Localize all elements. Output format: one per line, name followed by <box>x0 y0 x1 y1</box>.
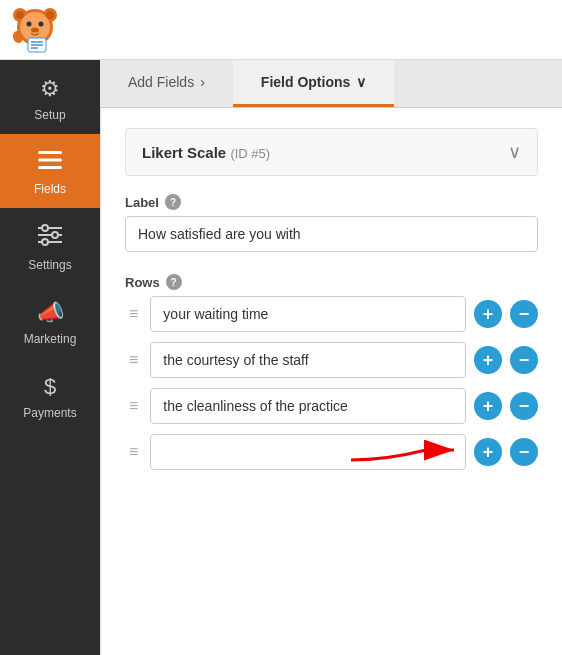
sidebar-label-settings: Settings <box>28 258 71 272</box>
top-bar <box>0 0 562 60</box>
tab-add-fields-chevron: › <box>200 74 205 90</box>
svg-point-3 <box>16 11 24 19</box>
row-input-1[interactable] <box>150 296 466 332</box>
field-header[interactable]: Likert Scale (ID #5) ∨ <box>125 128 538 176</box>
svg-point-7 <box>39 21 44 26</box>
row-add-button-3[interactable]: + <box>474 392 502 420</box>
tab-field-options-label: Field Options <box>261 74 350 90</box>
fields-icon <box>38 150 62 176</box>
row-add-button-2[interactable]: + <box>474 346 502 374</box>
field-collapse-icon: ∨ <box>508 141 521 163</box>
row-item: ≡ + − <box>125 342 538 378</box>
sidebar: ⚙ Setup Fields <box>0 60 100 655</box>
label-help-icon[interactable]: ? <box>165 194 181 210</box>
sidebar-item-settings[interactable]: Settings <box>0 208 100 284</box>
row-item: ≡ + − <box>125 296 538 332</box>
label-input[interactable] <box>125 216 538 252</box>
row-input-3[interactable] <box>150 388 466 424</box>
svg-point-6 <box>27 21 32 26</box>
svg-rect-14 <box>38 151 62 154</box>
row-input-4[interactable] <box>150 434 466 470</box>
row-remove-button-4[interactable]: − <box>510 438 538 466</box>
row-item: ≡ + − <box>125 434 538 470</box>
row-remove-button-2[interactable]: − <box>510 346 538 374</box>
rows-section: Rows ? ≡ + − ≡ + − <box>125 274 538 470</box>
rows-help-icon[interactable]: ? <box>166 274 182 290</box>
row-add-button-1[interactable]: + <box>474 300 502 328</box>
payments-icon: $ <box>44 374 56 400</box>
tab-bar: Add Fields › Field Options ∨ <box>100 60 562 108</box>
drag-handle-icon[interactable]: ≡ <box>125 347 142 373</box>
row-remove-button-3[interactable]: − <box>510 392 538 420</box>
sidebar-item-fields[interactable]: Fields <box>0 134 100 208</box>
sidebar-item-setup[interactable]: ⚙ Setup <box>0 60 100 134</box>
row-input-2[interactable] <box>150 342 466 378</box>
sidebar-item-payments[interactable]: $ Payments <box>0 358 100 432</box>
svg-point-4 <box>46 11 54 19</box>
drag-handle-icon[interactable]: ≡ <box>125 301 142 327</box>
sidebar-label-setup: Setup <box>34 108 65 122</box>
sidebar-label-marketing: Marketing <box>24 332 77 346</box>
sidebar-item-marketing[interactable]: 📣 Marketing <box>0 284 100 358</box>
svg-rect-16 <box>38 166 62 169</box>
settings-icon <box>38 224 62 252</box>
svg-rect-15 <box>38 159 62 162</box>
field-title: Likert Scale (ID #5) <box>142 144 270 161</box>
svg-point-22 <box>42 239 48 245</box>
drag-handle-icon[interactable]: ≡ <box>125 439 142 465</box>
row-remove-button-1[interactable]: − <box>510 300 538 328</box>
rows-section-header: Rows ? <box>125 274 538 290</box>
svg-point-20 <box>42 225 48 231</box>
row-add-button-4[interactable]: + <box>474 438 502 466</box>
marketing-icon: 📣 <box>37 300 64 326</box>
content-area: Add Fields › Field Options ∨ Likert Scal… <box>100 60 562 655</box>
field-id: (ID #5) <box>230 146 270 161</box>
sidebar-label-fields: Fields <box>34 182 66 196</box>
tab-add-fields[interactable]: Add Fields › <box>100 60 233 107</box>
setup-icon: ⚙ <box>40 76 60 102</box>
sidebar-label-payments: Payments <box>23 406 76 420</box>
svg-point-8 <box>31 27 39 32</box>
form-panel: Likert Scale (ID #5) ∨ Label ? Rows ? ≡ <box>100 108 562 655</box>
row-item: ≡ + − <box>125 388 538 424</box>
tab-add-fields-label: Add Fields <box>128 74 194 90</box>
svg-point-21 <box>52 232 58 238</box>
main-layout: ⚙ Setup Fields <box>0 60 562 655</box>
tab-field-options[interactable]: Field Options ∨ <box>233 60 394 107</box>
tab-field-options-chevron: ∨ <box>356 74 366 90</box>
drag-handle-icon[interactable]: ≡ <box>125 393 142 419</box>
logo <box>10 5 60 55</box>
label-section-header: Label ? <box>125 194 538 210</box>
